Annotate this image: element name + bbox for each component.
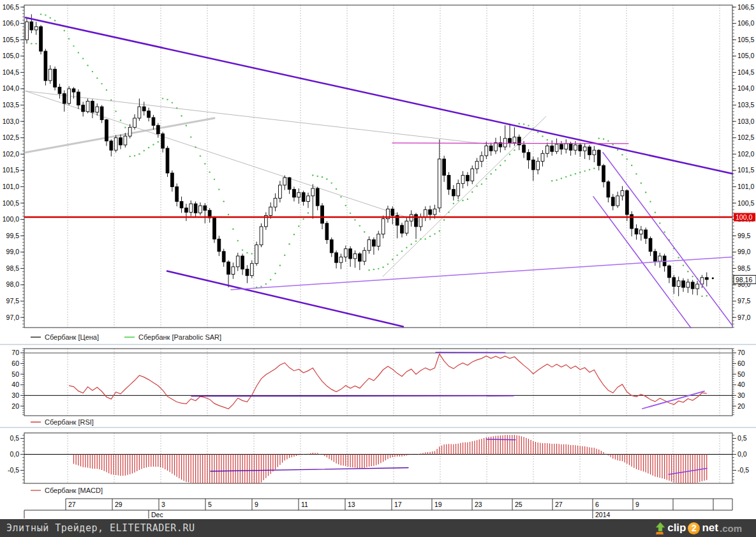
svg-text:103,5: 103,5 (737, 101, 754, 109)
svg-text:3: 3 (161, 501, 165, 508)
svg-text:101,0: 101,0 (3, 183, 19, 190)
price-panel: 97,097,097,597,598,098,098,598,599,099,0… (3, 3, 756, 328)
svg-text:27: 27 (555, 501, 563, 508)
svg-text:98,0: 98,0 (6, 280, 20, 288)
svg-text:99,5: 99,5 (737, 232, 751, 239)
svg-text:97,0: 97,0 (737, 314, 751, 321)
logo-text-net: net (702, 522, 718, 534)
svg-text:99,5: 99,5 (6, 232, 20, 239)
svg-text:6: 6 (595, 501, 599, 508)
svg-text:103,0: 103,0 (737, 117, 754, 125)
svg-text:27: 27 (68, 501, 76, 508)
macd-panel: 0,50,50,00,0-0,5-0,5 (8, 433, 749, 483)
svg-text:105,0: 105,0 (3, 52, 19, 59)
svg-text:101,0: 101,0 (737, 183, 754, 190)
logo-text-clip: clip (667, 522, 686, 534)
rsi-legend: Сбербанк [RSI] (31, 418, 94, 426)
rsi-trendlines (191, 352, 704, 409)
rsi-line (69, 354, 707, 409)
svg-text:2014: 2014 (595, 511, 611, 518)
svg-text:25: 25 (515, 501, 523, 508)
last-price-axis-label: 98,16 (734, 275, 756, 284)
svg-text:30: 30 (737, 391, 745, 399)
svg-text:Dec: Dec (151, 511, 163, 518)
date-axis: 27293591113171923252769Dec2014 (24, 499, 732, 518)
svg-text:0,0: 0,0 (10, 450, 19, 458)
price-legend: Сбербанк [Цена]Сбербанк [Parabolic SAR] (31, 333, 221, 341)
vertical-gridlines (68, 5, 720, 483)
clip2net-logo: clip2net.com (653, 522, 756, 535)
svg-text:100,5: 100,5 (3, 199, 19, 207)
svg-text:99,0: 99,0 (6, 248, 20, 255)
svg-text:Сбербанк [Parabolic SAR]: Сбербанк [Parabolic SAR] (138, 333, 221, 341)
svg-text:100,5: 100,5 (737, 199, 754, 207)
svg-text:106,0: 106,0 (3, 19, 19, 27)
svg-text:105,5: 105,5 (737, 36, 754, 43)
svg-text:9: 9 (635, 501, 639, 508)
svg-text:104,0: 104,0 (737, 84, 754, 92)
red-price-axis-label: 100,0 (734, 213, 755, 222)
svg-text:103,0: 103,0 (3, 117, 19, 125)
svg-text:97,5: 97,5 (6, 297, 20, 305)
macd-histogram (74, 435, 707, 483)
logo-text-com: .com (720, 523, 742, 534)
price-axis-ticks (20, 7, 736, 327)
stock-chart-svg: 97,097,097,597,598,098,098,598,599,099,0… (0, 0, 756, 519)
svg-text:101,5: 101,5 (3, 166, 19, 174)
svg-text:Сбербанк [MACD]: Сбербанк [MACD] (45, 487, 103, 494)
svg-text:5: 5 (208, 501, 212, 508)
upload-arrow-icon (653, 522, 666, 535)
svg-text:20: 20 (737, 402, 745, 410)
macd-legend: Сбербанк [MACD] (31, 487, 103, 494)
svg-text:-0,5: -0,5 (737, 466, 749, 474)
svg-text:101,5: 101,5 (737, 166, 754, 174)
svg-text:0,5: 0,5 (737, 434, 747, 442)
svg-text:98,5: 98,5 (6, 264, 20, 272)
rsi-axis-ticks (20, 349, 736, 414)
svg-text:97,0: 97,0 (6, 314, 20, 321)
logo-badge-2: 2 (688, 522, 700, 534)
svg-text:102,5: 102,5 (737, 133, 754, 141)
svg-text:Сбербанк [Цена]: Сбербанк [Цена] (45, 333, 99, 341)
trading-terminal-screenshot: 97,097,097,597,598,098,098,598,599,099,0… (0, 0, 756, 537)
svg-text:50: 50 (11, 370, 19, 378)
rsi-panel: 202030304040505060607070 (11, 349, 745, 416)
svg-text:70: 70 (737, 349, 745, 356)
svg-text:99,0: 99,0 (737, 248, 751, 255)
svg-text:102,5: 102,5 (3, 133, 19, 141)
svg-text:106,0: 106,0 (737, 19, 754, 27)
svg-text:40: 40 (11, 381, 19, 388)
svg-text:98,16: 98,16 (736, 276, 752, 284)
svg-text:102,0: 102,0 (3, 150, 19, 158)
svg-text:105,0: 105,0 (737, 52, 754, 59)
svg-text:17: 17 (394, 501, 402, 508)
svg-text:98,5: 98,5 (737, 264, 751, 272)
svg-text:100,0: 100,0 (736, 213, 752, 221)
svg-text:11: 11 (301, 501, 308, 508)
svg-text:0,5: 0,5 (10, 434, 19, 442)
svg-text:104,0: 104,0 (3, 84, 19, 92)
svg-text:106,5: 106,5 (3, 3, 19, 11)
svg-text:100,0: 100,0 (3, 215, 19, 223)
svg-text:105,5: 105,5 (3, 36, 19, 43)
svg-text:70: 70 (11, 349, 19, 356)
svg-text:-0,5: -0,5 (8, 466, 19, 474)
parabolic-sar-series (31, 13, 708, 297)
candlestick-series (26, 14, 709, 296)
svg-text:20: 20 (11, 402, 19, 410)
rsi-level-lines (24, 353, 732, 396)
footer-bar: Элитный Трейдер, ELITETRADER.RU clip2net… (0, 519, 756, 537)
svg-text:106,5: 106,5 (737, 3, 754, 11)
svg-text:9: 9 (255, 501, 258, 508)
section-separators (0, 345, 756, 428)
svg-text:97,5: 97,5 (737, 297, 751, 305)
svg-text:103,5: 103,5 (3, 101, 19, 109)
svg-text:50: 50 (737, 370, 745, 378)
svg-text:13: 13 (348, 501, 355, 508)
svg-text:23: 23 (475, 501, 482, 508)
svg-text:104,5: 104,5 (737, 68, 754, 76)
svg-text:19: 19 (434, 501, 442, 508)
svg-text:60: 60 (737, 359, 745, 367)
svg-text:40: 40 (737, 381, 745, 388)
site-credit-label: Элитный Трейдер, ELITETRADER.RU (0, 522, 195, 534)
